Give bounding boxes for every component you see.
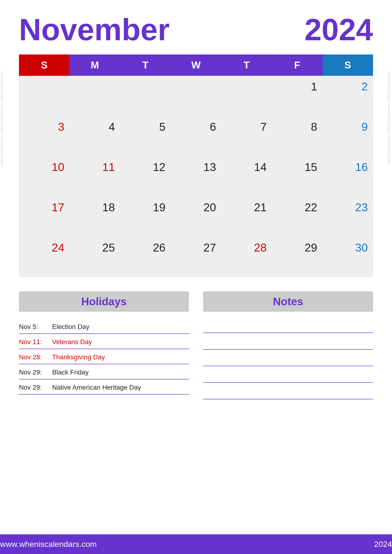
note-line-3: [203, 352, 373, 366]
calendar-cell-24: 24: [19, 237, 70, 277]
holidays-title: Holidays: [81, 295, 127, 308]
calendar-cell-7: 7: [221, 116, 272, 156]
calendar-cell: [19, 76, 70, 116]
calendar-cell: [120, 76, 171, 116]
calendar-cell: [221, 76, 272, 116]
calendar-cell-18: 18: [70, 197, 120, 237]
watermark-left: wheniscalendars.com wheniscalendars.com …: [0, 71, 5, 165]
holiday-item-1: Nov 5: Election Day: [19, 319, 189, 334]
calendar-cell-12: 12: [120, 156, 171, 197]
calendar-grid-container: S M T W T F S 1 2 3 4 5 6 7 8 9: [19, 55, 373, 277]
calendar-cell-6: 6: [171, 116, 221, 156]
calendar-page: November 2024 S M T W T F S 1 2 3 4 5: [0, 0, 392, 554]
calendar-cell-22: 22: [272, 197, 322, 237]
header-tuesday: T: [120, 55, 171, 76]
day-headers: S M T W T F S: [19, 55, 373, 76]
watermark-right: wheniscalendars.com wheniscalendars.com …: [387, 71, 392, 165]
holiday-date-5: Nov 29:: [19, 384, 45, 391]
calendar-cell-30: 30: [322, 237, 373, 277]
footer: www.wheniscalendars.com 2024: [0, 534, 392, 554]
holiday-name-1: Election Day: [52, 323, 89, 331]
header-saturday: S: [322, 55, 373, 76]
note-line-2: [203, 335, 373, 350]
calendar-cell: [171, 76, 221, 116]
calendar-cell: [70, 76, 120, 116]
holiday-item-5: Nov 29: Native American Heritage Day: [19, 380, 189, 395]
holiday-name-4: Black Friday: [52, 368, 89, 376]
calendar-cell-14: 14: [221, 156, 272, 197]
holiday-name-5: Native American Heritage Day: [52, 384, 141, 391]
holiday-item-2: Nov 11: Veterans Day: [19, 334, 189, 349]
notes-header: Notes: [203, 291, 373, 312]
calendar-cell-25: 25: [70, 237, 120, 277]
header-wednesday: W: [171, 55, 221, 76]
calendar-cell-20: 20: [171, 197, 221, 237]
holiday-item-3: Nov 28: Thanksgiving Day: [19, 349, 189, 364]
calendar-cell-29: 29: [272, 237, 322, 277]
notes-title: Notes: [273, 295, 303, 308]
calendar-cell-13: 13: [171, 156, 221, 197]
calendar-cell-5: 5: [120, 116, 171, 156]
calendar-cell-16: 16: [322, 156, 373, 197]
calendar-cell-9: 9: [322, 116, 373, 156]
bottom-section: Holidays Nov 5: Election Day Nov 11: Vet…: [19, 291, 373, 554]
holiday-name-2: Veterans Day: [52, 338, 92, 346]
month-title: November: [19, 14, 170, 45]
header-thursday: T: [221, 55, 272, 76]
footer-year: 2024: [374, 540, 392, 549]
holiday-date-2: Nov 11:: [19, 338, 45, 346]
calendar-cell-1: 1: [272, 76, 322, 116]
header: November 2024: [19, 14, 373, 45]
holiday-date-3: Nov 28:: [19, 353, 45, 361]
calendar-grid: 1 2 3 4 5 6 7 8 9 10 11 12 13 14 15 16 1…: [19, 76, 373, 277]
calendar-cell-27: 27: [171, 237, 221, 277]
calendar-cell-11: 11: [70, 156, 120, 197]
calendar-cell-3: 3: [19, 116, 70, 156]
note-line-1: [203, 319, 373, 333]
calendar-cell-10: 10: [19, 156, 70, 197]
calendar-cell-28: 28: [221, 237, 272, 277]
year-title: 2024: [305, 14, 373, 45]
calendar-cell-17: 17: [19, 197, 70, 237]
holidays-header: Holidays: [19, 291, 189, 312]
note-line-4: [203, 368, 373, 383]
holiday-date-1: Nov 5:: [19, 323, 45, 331]
note-line-5: [203, 385, 373, 399]
header-sunday: S: [19, 55, 70, 76]
calendar-cell-8: 8: [272, 116, 322, 156]
calendar-cell-19: 19: [120, 197, 171, 237]
holiday-name-3: Thanksgiving Day: [52, 353, 105, 361]
holiday-item-4: Nov 29: Black Friday: [19, 364, 189, 380]
footer-url: www.wheniscalendars.com: [0, 540, 97, 549]
calendar-cell-4: 4: [70, 116, 120, 156]
notes-section: Notes: [203, 291, 373, 554]
calendar-cell-2: 2: [322, 76, 373, 116]
holiday-date-4: Nov 29:: [19, 368, 45, 376]
header-monday: M: [70, 55, 120, 76]
calendar-cell-23: 23: [322, 197, 373, 237]
calendar-cell-21: 21: [221, 197, 272, 237]
holidays-section: Holidays Nov 5: Election Day Nov 11: Vet…: [19, 291, 189, 554]
calendar-cell-26: 26: [120, 237, 171, 277]
header-friday: F: [272, 55, 322, 76]
calendar-cell-15: 15: [272, 156, 322, 197]
